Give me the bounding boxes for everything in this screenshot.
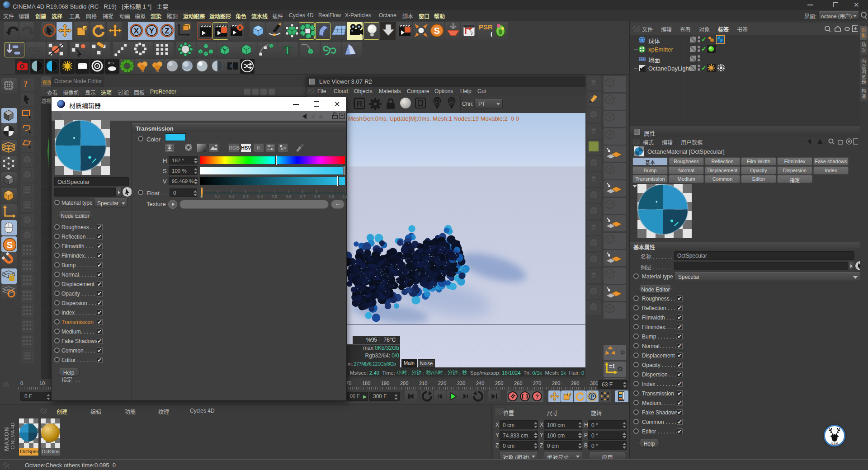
- svg-text:X: X: [134, 27, 139, 35]
- svg-text:M: M: [450, 100, 453, 104]
- svg-text:GfG: GfG: [28, 46, 40, 53]
- svg-text:?: ?: [24, 80, 28, 89]
- svg-text:F: F: [436, 100, 439, 104]
- svg-text:P: P: [590, 394, 594, 400]
- svg-text:IES: IES: [108, 61, 114, 65]
- svg-text:Y: Y: [149, 27, 155, 35]
- svg-text:Z: Z: [165, 27, 169, 35]
- svg-text:S: S: [434, 26, 440, 36]
- svg-text:=1: =1: [609, 363, 615, 370]
- svg-text:⚙: ⚙: [617, 365, 623, 373]
- svg-text:PSR: PSR: [479, 23, 493, 31]
- svg-text:S: S: [7, 240, 13, 250]
- svg-text:T: T: [283, 44, 291, 57]
- svg-text:?: ?: [535, 393, 539, 400]
- svg-text:行走者: 行走者: [831, 442, 839, 445]
